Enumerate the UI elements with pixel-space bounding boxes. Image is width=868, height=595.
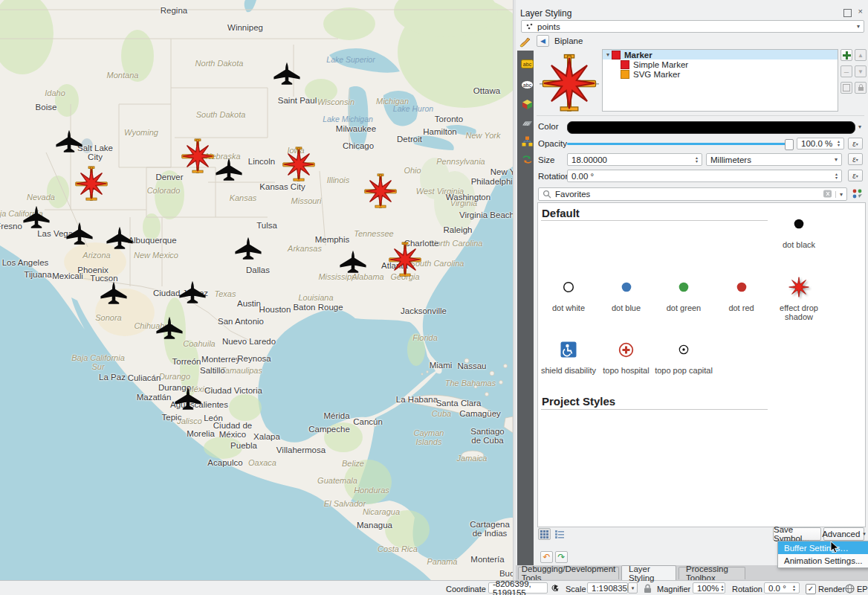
add-symbol-layer-button[interactable] [841, 49, 852, 61]
style-item-dot-red[interactable]: dot red [713, 272, 771, 312]
move-down-button[interactable]: ▼ [855, 65, 867, 77]
lock-colors-button[interactable] [855, 82, 867, 94]
menu-item-buffer-settings[interactable]: Buffer Settings… [778, 541, 868, 554]
layer-selector-combo[interactable]: points ▾ [521, 20, 864, 33]
hospital-icon [597, 335, 655, 364]
tab-3d-view-icon[interactable] [519, 97, 534, 112]
spin-arrows[interactable]: ▴▾ [833, 173, 838, 180]
map-city-label: Santiago de Cuba [470, 427, 504, 445]
svg-text:abc: abc [522, 83, 531, 88]
plane-marker [65, 219, 94, 250]
map-region-label: Tennessee [354, 229, 393, 238]
list-view-button[interactable] [553, 528, 566, 540]
map-city-label: Puebla [230, 441, 257, 450]
crs-label[interactable]: EPSG:3857 [857, 585, 868, 595]
plane-marker [106, 223, 134, 254]
clear-search-icon[interactable] [822, 190, 832, 199]
style-item-dot-black[interactable]: dot black [770, 209, 828, 249]
coordinate-input[interactable]: -8206399, 5199155 [488, 582, 548, 594]
rotation-spinbox[interactable]: 0.00 ° ▴▾ [567, 170, 842, 182]
spin-arrows[interactable]: ▴▾ [835, 140, 840, 147]
marker-swatch [612, 51, 621, 60]
opacity-slider[interactable] [567, 138, 792, 149]
advanced-menu: Buffer Settings… Animation Settings... [777, 541, 868, 568]
save-symbol-button[interactable]: Save Symbol... [773, 527, 821, 541]
map-rotation-spinbox[interactable]: 0.0 ° ▴▾ [764, 582, 800, 594]
tab-symbology-selected[interactable] [517, 33, 534, 51]
color-swatch-button[interactable] [567, 121, 855, 134]
map-city-label: Ciudad Victoria [204, 386, 262, 395]
dot-icon [770, 209, 828, 239]
map-city-label: Nuevo Laredo [222, 337, 276, 346]
back-button[interactable]: ◀ [537, 35, 549, 47]
magnifier-spinbox[interactable]: 100% ▴▾ [693, 582, 725, 594]
render-checkbox[interactable]: ✓ [806, 584, 816, 594]
lock-scale-icon[interactable] [644, 584, 652, 595]
tab-masks-icon[interactable] [519, 116, 534, 131]
style-search-input[interactable]: Favorites ▾ [538, 187, 847, 201]
mouse-cursor [830, 541, 841, 554]
color-menu-button[interactable]: ▾ [855, 121, 864, 132]
style-manager-button[interactable] [852, 188, 864, 200]
move-up-button[interactable]: ▲ [855, 49, 867, 61]
plane-marker [174, 384, 202, 415]
tab-debugging-development-tools[interactable]: Debugging/Development Tools [518, 567, 619, 579]
map-city-label: Raleigh [444, 225, 473, 234]
arrow-down-icon: ▼ [858, 68, 864, 75]
size-spinbox[interactable]: 18.00000 ▴▾ [567, 153, 702, 166]
undo-button[interactable]: ↶ [540, 551, 553, 563]
tab-processing-toolbox[interactable]: Processing Toolbox [678, 567, 745, 579]
tab-history-icon[interactable] [519, 152, 534, 167]
search-filter-dropdown[interactable]: ▾ [835, 191, 843, 198]
map-city-label: Cartagena de Indias [470, 520, 510, 538]
spin-arrows[interactable]: ▴▾ [693, 156, 698, 164]
map-region-label: Wisconsin [317, 97, 354, 106]
icon-view-button[interactable] [538, 528, 551, 540]
expander-icon[interactable]: ▾ [606, 51, 609, 58]
style-item-dot-green[interactable]: dot green [655, 272, 713, 312]
redo-button[interactable]: ↷ [555, 551, 568, 563]
style-item-dot-white[interactable]: dot white [540, 272, 597, 312]
tree-row-marker[interactable]: ▾ Marker [603, 50, 838, 60]
close-panel-icon[interactable]: × [858, 7, 863, 16]
size-unit-combo[interactable]: Millimeters ▾ [706, 153, 842, 166]
style-item-shield-disability[interactable]: shield disability [540, 335, 597, 375]
map-city-label: Saltillo [200, 366, 225, 375]
map-canvas[interactable]: MontanaIdahoWyomingNorth DakotaSouth Dak… [0, 0, 513, 580]
opacity-spinbox[interactable]: 100.0 % ▴▾ [797, 138, 844, 149]
crs-globe-icon[interactable] [845, 584, 855, 595]
remove-symbol-layer-button[interactable]: – [841, 65, 852, 77]
lock-icon [858, 84, 864, 91]
style-item-dot-blue[interactable]: dot blue [597, 272, 655, 312]
mouse-position-icon[interactable] [551, 584, 561, 595]
map-region-label: Guatemala [317, 476, 357, 485]
map-city-label: Detroit [397, 135, 422, 144]
tab-diagrams-icon[interactable] [519, 134, 534, 149]
grid-view-icon [540, 530, 548, 538]
tab-labels-icon[interactable]: abc [519, 57, 534, 71]
tab-callouts-icon[interactable]: abc [519, 77, 534, 92]
float-panel-icon[interactable] [843, 9, 852, 17]
duplicate-layer-button[interactable] [841, 82, 852, 94]
opacity-data-defined-button[interactable]: ε ▾ [848, 138, 863, 149]
scale-dropdown-button[interactable]: ▾ [628, 582, 638, 594]
map-city-label: Albuquerque [128, 236, 176, 245]
tab-layer-styling[interactable]: Layer Styling [621, 565, 676, 580]
advanced-button[interactable]: Advanced ▾ [823, 527, 864, 541]
style-item-topo-hospital[interactable]: topo hospital [597, 335, 655, 375]
menu-item-animation-settings[interactable]: Animation Settings... [778, 554, 868, 567]
style-item-effect-drop-shadow[interactable]: effect drop shadow [770, 272, 828, 321]
size-data-defined-button[interactable]: ε ▾ [848, 153, 863, 165]
scale-combo[interactable]: 1:19083556 [587, 582, 628, 594]
plane-marker [100, 278, 128, 309]
map-lake-label: Lake Michigan [323, 115, 373, 123]
rotation-data-defined-button[interactable]: ε ▾ [848, 170, 863, 181]
tree-label: Simple Marker [633, 60, 688, 69]
map-city-label: Denver [155, 173, 183, 181]
slider-handle[interactable] [785, 139, 794, 150]
style-item-topo-pop-capital[interactable]: topo pop capital [655, 335, 713, 375]
tree-row-svg-marker[interactable]: SVG Marker [603, 69, 838, 79]
section-default: Default [542, 207, 580, 219]
tree-row-simple-marker[interactable]: Simple Marker [603, 60, 838, 69]
map-city-label: Mérida [323, 411, 349, 420]
